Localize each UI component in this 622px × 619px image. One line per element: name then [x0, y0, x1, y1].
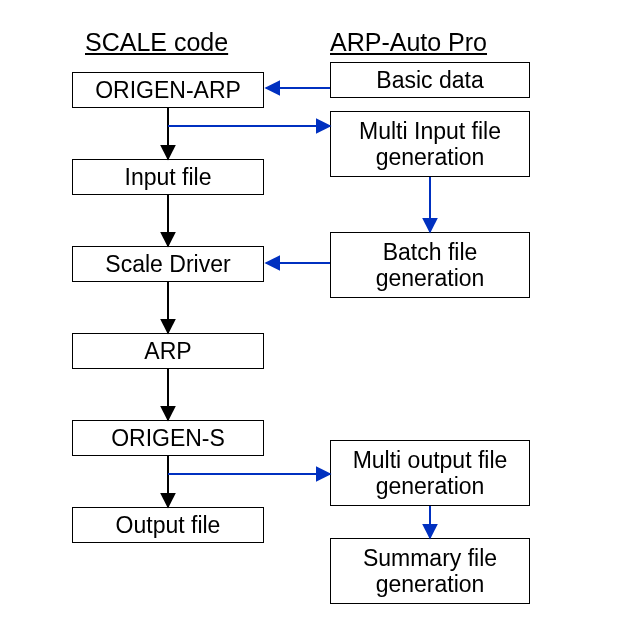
box-input-file: Input file: [72, 159, 264, 195]
box-multi-input: Multi Input file generation: [330, 111, 530, 177]
box-origen-arp: ORIGEN-ARP: [72, 72, 264, 108]
box-origen-s: ORIGEN-S: [72, 420, 264, 456]
box-multi-output: Multi output file generation: [330, 440, 530, 506]
header-scale-code: SCALE code: [85, 28, 228, 57]
box-summary-file: Summary file generation: [330, 538, 530, 604]
box-batch-file: Batch file generation: [330, 232, 530, 298]
header-arp-auto-pro: ARP-Auto Pro: [330, 28, 487, 57]
box-arp: ARP: [72, 333, 264, 369]
box-basic-data: Basic data: [330, 62, 530, 98]
box-scale-driver: Scale Driver: [72, 246, 264, 282]
box-output-file: Output file: [72, 507, 264, 543]
